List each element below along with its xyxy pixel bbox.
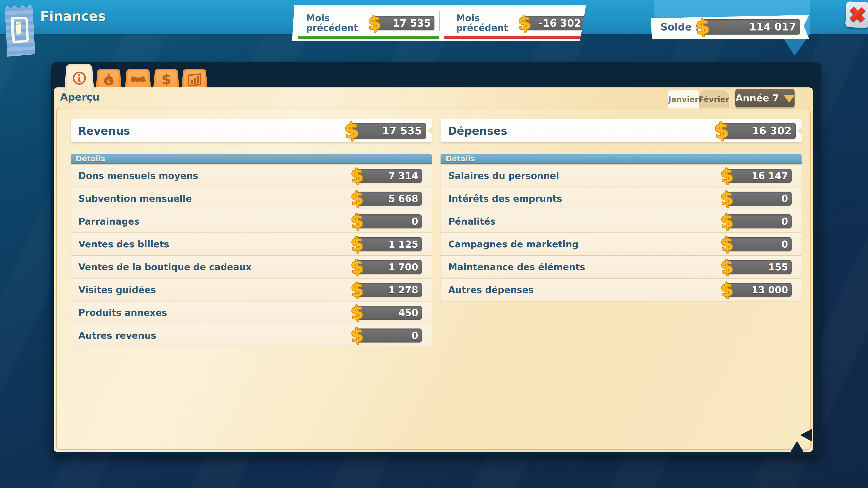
month-tab-fevrier[interactable]: Février — [699, 90, 729, 108]
row-value: 0 — [412, 330, 418, 341]
row-label: Autres dépenses — [448, 285, 726, 295]
currency-dollar-icon: $ — [720, 235, 734, 254]
expenses-rows: Salaires du personnel$16 147Intérêts des… — [440, 165, 802, 301]
revenues-total-pill: $ 17 535 — [351, 123, 426, 139]
revenues-details-bar: Détails — [71, 154, 432, 164]
frame-notch-bottom — [790, 441, 804, 452]
row-value-pill: $1 125 — [357, 237, 422, 251]
row-value: 5 668 — [388, 193, 418, 204]
tab-finance[interactable]: $ — [153, 69, 179, 88]
revenues-total-value: 17 535 — [382, 125, 422, 137]
row-value-pill: $7 314 — [357, 169, 422, 183]
balance-value: 114 017 — [749, 21, 796, 33]
expenses-column: Dépenses $ 16 302 Détails Salaires du pe… — [440, 119, 802, 302]
previous-month-income: Mois précédent $ 17 535 — [292, 5, 442, 41]
currency-dollar-icon: $ — [720, 281, 734, 300]
previous-month-income-label: Mois précédent — [306, 13, 374, 33]
row-label: Salaires du personnel — [448, 170, 726, 181]
currency-dollar-icon: $ — [350, 235, 364, 254]
previous-month-income-value: 17 535 — [393, 18, 431, 29]
row-value: 1 278 — [388, 285, 418, 295]
chevron-down-icon — [784, 94, 795, 102]
currency-dollar-icon: $ — [350, 281, 364, 300]
row-label: Pénalités — [448, 216, 726, 227]
expenses-title: Dépenses — [448, 125, 721, 137]
tab-donations[interactable]: $ — [96, 69, 122, 88]
row-label: Parrainages — [79, 216, 357, 227]
revenue-row: Visites guidées$1 278 — [71, 279, 432, 301]
row-value: 13 000 — [752, 285, 788, 295]
expense-row: Maintenance des éléments$155 — [440, 256, 802, 278]
row-value: 450 — [398, 307, 418, 318]
row-value-pill: $0 — [726, 192, 792, 205]
tab-deals[interactable] — [125, 69, 151, 88]
row-value-pill: $1 278 — [357, 283, 422, 297]
revenue-row: Parrainages$0 — [71, 210, 432, 232]
row-value: 1 125 — [388, 239, 418, 250]
revenue-row: Ventes des billets$1 125 — [71, 233, 432, 255]
banner-divider — [439, 11, 440, 31]
tab-charts[interactable] — [182, 69, 208, 88]
row-label: Visites guidées — [79, 285, 357, 295]
close-button[interactable] — [845, 1, 868, 28]
row-label: Ventes des billets — [79, 239, 357, 250]
money-bag-icon: $ — [102, 72, 116, 86]
book-glyph — [9, 16, 31, 44]
currency-dollar-icon: $ — [720, 189, 734, 208]
row-value: 0 — [781, 239, 788, 250]
row-value-pill: $0 — [726, 215, 792, 228]
expense-row: Pénalités$0 — [440, 210, 802, 232]
row-value: 0 — [781, 216, 788, 227]
revenue-row: Produits annexes$450 — [71, 302, 432, 324]
row-value-pill: $1 700 — [357, 260, 422, 274]
balance-pill: $ 114 017 — [703, 19, 800, 35]
row-value-pill: $450 — [357, 306, 422, 320]
tab-overview[interactable]: i — [64, 64, 94, 91]
finances-ledger-icon — [4, 3, 35, 57]
row-label: Autres revenus — [79, 330, 357, 341]
year-selector-dropdown[interactable]: Année 7 — [735, 89, 795, 107]
balance-banner: Solde : $ 114 017 — [651, 15, 809, 39]
revenues-details-label: Détails — [76, 154, 105, 163]
currency-dollar-icon: $ — [713, 120, 730, 142]
currency-dollar-icon: $ — [344, 120, 360, 142]
row-value-pill: $0 — [357, 215, 422, 228]
revenues-column: Revenus $ 17 535 Détails Dons mensuels m… — [71, 119, 432, 347]
frame-notch-right — [800, 429, 812, 442]
row-value: 0 — [781, 193, 788, 204]
currency-dollar-icon: $ — [350, 212, 364, 231]
bar-chart-icon — [188, 73, 202, 86]
row-value: 16 147 — [752, 170, 788, 182]
row-value-pill: $155 — [726, 260, 792, 274]
balance-label: Solde : — [660, 21, 699, 33]
expenses-header: Dépenses $ 16 302 — [440, 119, 802, 142]
currency-dollar-icon: $ — [720, 166, 734, 186]
previous-month-income-pill: $ 17 535 — [374, 16, 434, 30]
row-value-pill: $0 — [357, 328, 422, 343]
revenue-row: Autres revenus$0 — [71, 324, 432, 347]
expenses-details-bar: Détails — [440, 154, 802, 164]
previous-month-expense-pill: $ -16 302 — [524, 16, 585, 30]
previous-month-expense-label: Mois précédent — [456, 13, 524, 33]
panel-title: Aperçu — [60, 91, 100, 103]
row-label: Maintenance des éléments — [448, 262, 726, 272]
revenue-row: Ventes de la boutique de cadeaux$1 700 — [71, 256, 432, 278]
svg-text:$: $ — [107, 78, 111, 85]
page-title: Finances — [40, 8, 105, 24]
row-label: Produits annexes — [79, 307, 357, 318]
row-value-pill: $13 000 — [726, 283, 792, 297]
expenses-details-label: Détails — [445, 154, 475, 163]
expense-row: Intérêts des emprunts$0 — [440, 188, 802, 210]
currency-dollar-icon: $ — [695, 16, 710, 37]
month-tab-janvier[interactable]: Janvier — [668, 90, 699, 108]
finances-screen: Finances Mois précédent $ 17 535 Mois pr… — [0, 0, 868, 488]
row-value-pill: $0 — [726, 237, 792, 251]
row-value: 0 — [412, 216, 418, 227]
row-value: 155 — [768, 262, 788, 273]
revenues-header: Revenus $ 17 535 — [71, 119, 432, 142]
expenses-total-value: 16 302 — [752, 125, 792, 137]
currency-dollar-icon: $ — [350, 326, 364, 345]
income-green-bar — [298, 36, 439, 39]
revenues-title: Revenus — [78, 125, 351, 137]
currency-dollar-icon: $ — [518, 13, 532, 33]
